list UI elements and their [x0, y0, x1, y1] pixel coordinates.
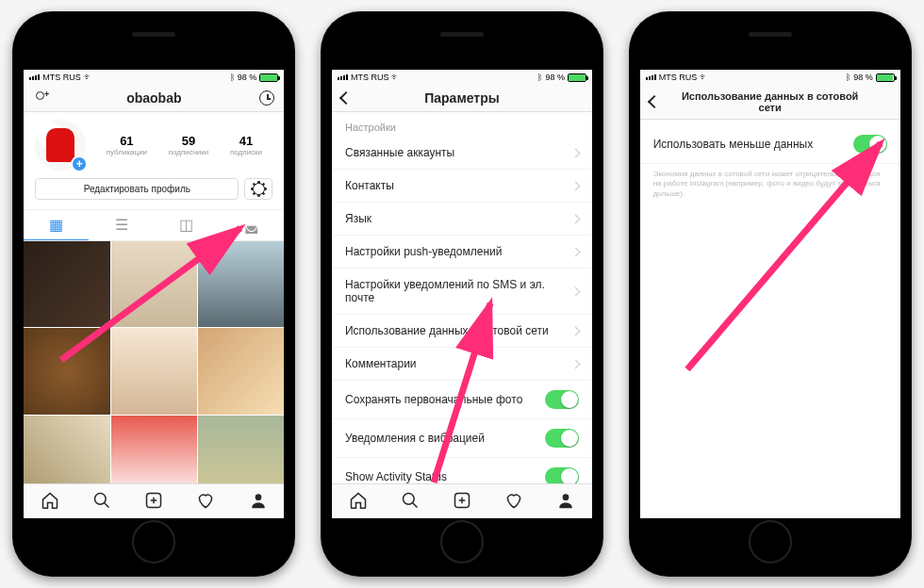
row-use-less-data[interactable]: Использовать меньше данных [640, 125, 900, 164]
stat-posts[interactable]: 61 публикации [107, 134, 147, 156]
nav-header: Параметры [332, 85, 592, 112]
chevron-right-icon [571, 148, 581, 157]
row-vibrate[interactable]: Уведомления с вибрацией [332, 419, 592, 458]
row-contacts[interactable]: Контакты [332, 170, 592, 203]
tab-search[interactable] [92, 491, 111, 514]
svg-point-2 [255, 494, 261, 500]
row-activity-status[interactable]: Show Activity Status [332, 458, 592, 483]
photo[interactable] [198, 241, 284, 327]
signal-icon [338, 74, 348, 80]
tab-list[interactable]: ☰ [89, 210, 154, 240]
photo[interactable] [111, 328, 197, 414]
tab-bar [24, 483, 284, 518]
signal-icon [29, 74, 40, 80]
status-bar: MTS RUS ᯤ ᛒ 98 % [332, 70, 592, 85]
add-story-badge[interactable]: + [71, 155, 88, 172]
chevron-right-icon [571, 214, 581, 223]
chevron-right-icon [571, 286, 581, 296]
row-language[interactable]: Язык [332, 203, 592, 236]
chevron-left-icon [648, 95, 661, 108]
photo[interactable] [24, 416, 109, 483]
chevron-right-icon [571, 326, 581, 335]
battery-text: 98 % [238, 73, 257, 82]
gear-icon [253, 183, 265, 195]
svg-point-6 [563, 494, 569, 500]
row-linked-accounts[interactable]: Связанные аккаунты [332, 137, 592, 170]
carrier-label: MTS RUS [351, 73, 389, 82]
chevron-right-icon [571, 181, 581, 190]
row-cellular-data[interactable]: Использование данных в сотовой сети [332, 315, 592, 348]
stat-following[interactable]: 41 подписки [230, 134, 262, 156]
battery-text: 98 % [853, 73, 873, 82]
fine-print: Экономия данных в сотовой сети может отр… [640, 164, 900, 208]
photo[interactable] [111, 241, 197, 327]
profile-header: + 61 публикации 59 подписчики 41 подписк… [24, 112, 284, 204]
wifi-icon: ᯤ [391, 73, 400, 82]
row-sms-email[interactable]: Настройки уведомлений по SMS и эл. почте [332, 269, 592, 315]
battery-text: 98 % [545, 73, 565, 82]
tab-tagged[interactable]: ◫ [154, 210, 219, 240]
status-bar: MTS RUS ᯤ ᛒ 98 % [24, 70, 284, 85]
tab-home[interactable] [41, 491, 59, 514]
battery-icon [876, 74, 895, 82]
nav-header: obaobab [24, 85, 284, 112]
back-button[interactable] [650, 97, 672, 106]
username[interactable]: obaobab [56, 90, 252, 106]
tab-profile[interactable] [249, 491, 268, 514]
tab-activity[interactable] [196, 491, 215, 514]
photo[interactable] [24, 328, 109, 414]
nav-header: Использование данных в сотовой сети [640, 85, 900, 120]
wifi-icon: ᯤ [700, 73, 708, 82]
back-button[interactable] [341, 93, 364, 103]
tab-add[interactable] [453, 491, 471, 514]
signal-icon [646, 74, 656, 80]
photo-grid [24, 241, 284, 483]
bluetooth-icon: ᛒ [846, 73, 850, 82]
svg-point-4 [403, 494, 414, 505]
carrier-label: MTS RUS [659, 73, 698, 82]
edit-profile-button[interactable]: Редактировать профиль [35, 178, 239, 200]
chevron-right-icon [571, 359, 581, 368]
stat-followers[interactable]: 59 подписчики [169, 134, 209, 156]
tab-bar [332, 483, 592, 518]
row-save-original[interactable]: Сохранять первоначальные фото [332, 381, 592, 419]
phone-params: MTS RUS ᯤ ᛒ 98 % Параметры Настройки Свя… [321, 11, 603, 577]
battery-icon [259, 74, 278, 82]
chevron-right-icon [571, 247, 581, 256]
toggle-switch[interactable] [545, 429, 579, 448]
tab-profile[interactable] [556, 491, 575, 514]
toggle-switch[interactable] [545, 390, 579, 409]
row-push[interactable]: Настройки push-уведомлений [332, 236, 592, 269]
photo[interactable] [198, 328, 284, 414]
phone-cellular: MTS RUS ᯤ ᛒ 98 % Использование данных в … [629, 11, 912, 577]
bluetooth-icon: ᛒ [537, 73, 542, 82]
svg-point-0 [95, 494, 107, 505]
section-header: Настройки [332, 112, 592, 137]
page-title: Использование данных в сотовой сети [672, 90, 868, 113]
tab-search[interactable] [401, 491, 420, 514]
row-comments[interactable]: Комментарии [332, 348, 592, 381]
toggle-switch[interactable] [853, 135, 887, 154]
chevron-left-icon [339, 91, 353, 105]
wifi-icon: ᯤ [84, 73, 92, 82]
photo[interactable] [24, 241, 109, 327]
tab-home[interactable] [349, 491, 368, 514]
bluetooth-icon: ᛒ [230, 73, 235, 82]
tab-add[interactable] [144, 491, 163, 514]
archive-button[interactable] [252, 90, 274, 106]
view-tabs: ▦ ☰ ◫ ◛ [24, 209, 284, 241]
settings-button[interactable] [244, 178, 272, 200]
tab-grid[interactable]: ▦ [24, 210, 89, 240]
status-bar: MTS RUS ᯤ ᛒ 98 % [640, 70, 900, 85]
photo[interactable] [111, 416, 197, 483]
carrier-label: MTS RUS [42, 73, 81, 82]
discover-people-button[interactable] [33, 91, 56, 105]
page-title: Параметры [364, 90, 560, 106]
phone-profile: MTS RUS ᯤ ᛒ 98 % obaobab + [12, 11, 295, 577]
photo[interactable] [198, 416, 284, 483]
avatar[interactable]: + [35, 120, 86, 171]
tab-saved[interactable]: ◛ [219, 210, 284, 240]
battery-icon [568, 74, 586, 82]
tab-activity[interactable] [504, 491, 523, 514]
toggle-switch[interactable] [545, 467, 579, 483]
